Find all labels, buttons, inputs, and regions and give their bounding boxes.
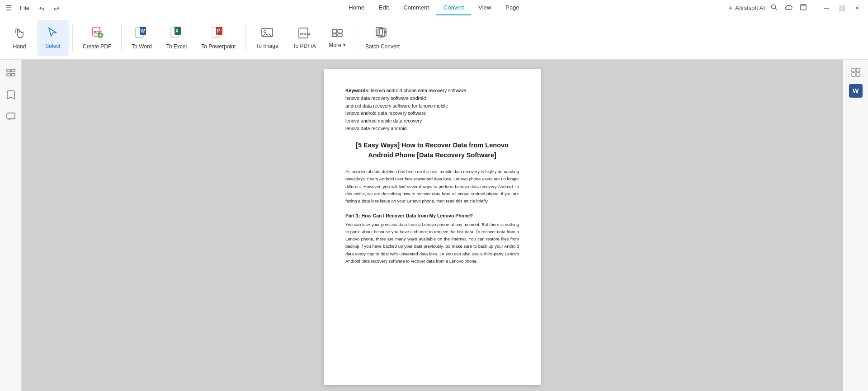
to-excel-button[interactable]: X To Excel (160, 20, 193, 56)
nav-menu: Home Edit Comment Convert View Page (341, 0, 526, 15)
keywords-label: Keywords: (345, 88, 370, 93)
kw-line-1: lenovo data recovery software android (345, 94, 519, 102)
batch-convert-icon (376, 26, 389, 42)
left-sidebar (0, 60, 22, 391)
svg-rect-30 (7, 69, 10, 72)
toolbar: Hand Select PDF Create PDF (0, 16, 868, 60)
sidebar-bookmark-icon[interactable] (3, 87, 19, 103)
hand-label: Hand (13, 43, 26, 50)
svg-point-20 (264, 30, 266, 33)
to-excel-icon: X (170, 26, 184, 42)
create-pdf-label: Create PDF (83, 43, 111, 50)
svg-point-0 (772, 5, 776, 9)
pdf-page: Keywords: lenovo android phone data reco… (324, 69, 541, 385)
svg-rect-25 (332, 34, 337, 37)
pdf-title: [5 Easy Ways] How to Recover Data from L… (345, 141, 519, 160)
more-icon (331, 28, 344, 40)
to-powerpoint-icon: P (212, 26, 225, 42)
more-arrow-icon: ▼ (342, 42, 347, 47)
title-bar-icons (36, 2, 63, 14)
title-bar: ☰ File Home Edit Comment Convert View Pa… (0, 0, 868, 16)
right-grid-icon[interactable] (848, 64, 864, 80)
svg-rect-34 (7, 113, 15, 119)
ai-button[interactable]: ✦ Afirstsoft AI (728, 5, 765, 12)
to-word-icon: W (135, 26, 149, 42)
pdf-section1-body: You can lose your precious data from a L… (345, 221, 519, 265)
svg-rect-33 (11, 73, 15, 76)
nav-convert[interactable]: Convert (436, 0, 472, 15)
svg-rect-2 (801, 5, 806, 10)
svg-rect-24 (338, 29, 342, 33)
svg-text:PDF/A: PDF/A (300, 32, 311, 36)
svg-text:X: X (175, 28, 179, 33)
cloud-icon[interactable] (783, 3, 795, 13)
pdf-viewer[interactable]: Keywords: lenovo android phone data reco… (22, 60, 843, 391)
to-pdfa-label: To PDF/A (293, 43, 316, 49)
to-excel-label: To Excel (166, 43, 187, 50)
title-bar-left: ☰ File (4, 2, 63, 14)
maximize-icon[interactable] (798, 3, 808, 13)
nav-view[interactable]: View (471, 0, 498, 15)
to-pdfa-icon: PDF/A (298, 27, 311, 41)
select-label: Select (45, 43, 60, 49)
file-button[interactable]: File (17, 4, 32, 12)
more-button[interactable]: More ▼ (324, 20, 351, 56)
batch-convert-label: Batch Convert (365, 43, 400, 50)
window-controls: — ⬜ ✕ (819, 2, 864, 14)
pdf-section1-title: Part 1: How Can I Recover Data from My L… (345, 213, 519, 218)
hand-button[interactable]: Hand (4, 20, 35, 56)
to-word-label: To Word (132, 43, 151, 50)
to-image-button[interactable]: To Image (250, 20, 284, 56)
main-area: Keywords: lenovo android phone data reco… (0, 60, 868, 391)
hand-icon (13, 26, 26, 42)
svg-rect-37 (852, 73, 855, 76)
svg-rect-35 (852, 68, 855, 72)
to-powerpoint-label: To Powerpoint (201, 43, 236, 50)
pdf-keywords: Keywords: lenovo android phone data reco… (345, 87, 519, 132)
undo-button[interactable] (36, 2, 48, 14)
nav-page[interactable]: Page (498, 0, 526, 15)
menu-icon[interactable]: ☰ (4, 3, 14, 13)
keywords-text: lenovo android phone data recovery softw… (371, 88, 466, 93)
kw-line-2: android data recovery software for lenov… (345, 102, 519, 110)
title-bar-right: ✦ Afirstsoft AI — ⬜ ✕ (728, 2, 864, 14)
svg-rect-31 (11, 69, 15, 72)
svg-rect-38 (856, 73, 860, 76)
minimize-button[interactable]: — (819, 2, 834, 14)
create-pdf-icon: PDF (91, 26, 103, 42)
toolbar-separator-4 (355, 24, 355, 52)
svg-rect-26 (338, 34, 342, 37)
restore-button[interactable]: ⬜ (835, 2, 849, 14)
sidebar-thumbnail-icon[interactable] (3, 65, 19, 81)
nav-edit[interactable]: Edit (372, 0, 396, 15)
redo-button[interactable] (50, 2, 63, 14)
right-word-icon[interactable]: W (849, 84, 863, 98)
pdf-intro: As accidental data deletion has been on … (345, 168, 519, 205)
select-icon (47, 27, 59, 41)
svg-text:W: W (141, 28, 145, 33)
svg-rect-36 (856, 68, 860, 72)
to-image-label: To Image (256, 43, 278, 49)
nav-home[interactable]: Home (341, 0, 372, 15)
create-pdf-button[interactable]: PDF Create PDF (76, 20, 118, 56)
ai-label: Afirstsoft AI (735, 5, 765, 11)
nav-comment[interactable]: Comment (396, 0, 436, 15)
to-word-button[interactable]: W To Word (125, 20, 158, 56)
kw-line-5: lenovo data recovery android. (345, 125, 519, 132)
batch-convert-button[interactable]: Batch Convert (359, 20, 406, 56)
kw-line-4: lenovo android mobile data recovery (345, 117, 519, 125)
ai-star-icon: ✦ (728, 5, 733, 12)
more-label: More (329, 42, 341, 48)
toolbar-separator-3 (245, 24, 246, 52)
toolbar-separator-1 (72, 24, 73, 52)
keywords-first-line: Keywords: lenovo android phone data reco… (345, 87, 519, 94)
select-button[interactable]: Select (37, 20, 69, 56)
svg-line-1 (775, 9, 777, 10)
svg-rect-23 (332, 29, 337, 33)
to-pdfa-button[interactable]: PDF/A To PDF/A (287, 20, 322, 56)
sidebar-comment-icon[interactable] (3, 108, 19, 125)
to-powerpoint-button[interactable]: P To Powerpoint (195, 20, 242, 56)
svg-rect-32 (7, 73, 10, 76)
search-icon[interactable] (769, 3, 779, 13)
close-button[interactable]: ✕ (850, 2, 864, 14)
